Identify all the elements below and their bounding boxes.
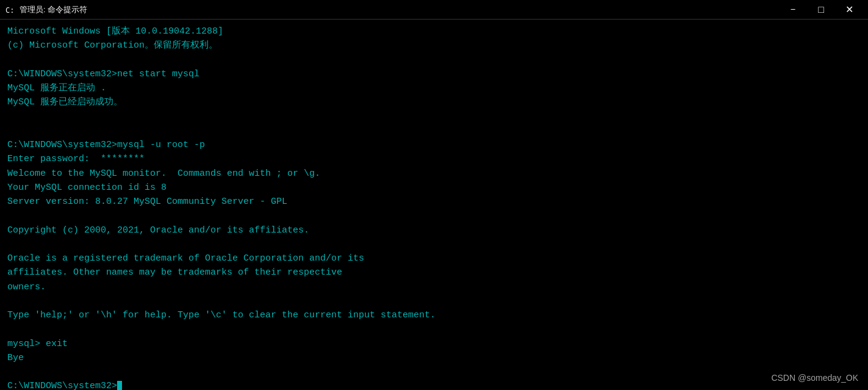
title-bar-controls: － □ ✕ [779,0,863,20]
watermark: CSDN @someday_OK [771,373,858,383]
title-bar-title: 管理员: 命令提示符 [20,4,87,15]
terminal-body[interactable]: Microsoft Windows [版本 10.0.19042.1288] (… [0,20,868,390]
terminal-content: Microsoft Windows [版本 10.0.19042.1288] (… [7,24,861,390]
cmd-icon: C: [5,5,15,15]
cmd-window: C: 管理员: 命令提示符 － □ ✕ Microsoft Windows [版… [0,0,868,390]
title-bar-left: C: 管理员: 命令提示符 [5,4,87,15]
minimize-button[interactable]: － [779,0,807,20]
title-bar: C: 管理员: 命令提示符 － □ ✕ [0,0,868,20]
close-button[interactable]: ✕ [835,0,863,20]
cursor [117,381,122,390]
maximize-button[interactable]: □ [807,0,835,20]
svg-text:C:: C: [5,6,14,15]
